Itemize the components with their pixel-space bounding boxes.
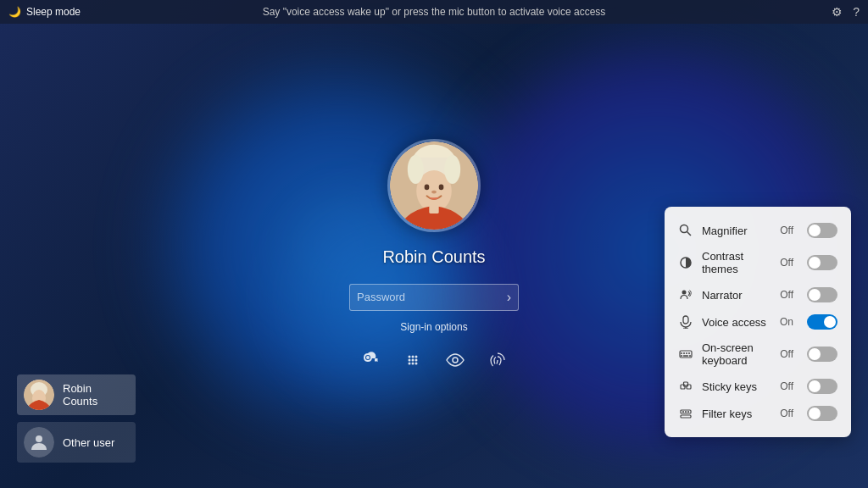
acc-row-keyboard: On-screen keyboard Off: [665, 336, 851, 373]
sticky-toggle[interactable]: [807, 379, 837, 394]
contrast-toggle-thumb: [809, 257, 821, 269]
top-bar: 🌙 Sleep mode Say "voice access wake up" …: [0, 0, 868, 24]
svg-point-18: [415, 362, 418, 364]
user-name-other: Other user: [63, 436, 114, 449]
svg-point-12: [415, 355, 418, 358]
voice-access-icon: [678, 314, 693, 330]
top-bar-left: 🌙 Sleep mode: [8, 6, 81, 18]
svg-point-11: [412, 355, 415, 358]
user-photo-robin: [24, 380, 54, 410]
user-avatar-other: [24, 427, 54, 458]
svg-point-15: [415, 358, 418, 361]
voice-access-status: On: [780, 316, 793, 328]
auth-icons-row: [357, 347, 511, 374]
contrast-status: Off: [780, 257, 793, 269]
user-item-other[interactable]: Other user: [17, 422, 136, 463]
pin-icon-button[interactable]: [399, 347, 426, 374]
settings-icon[interactable]: ⚙: [832, 5, 843, 19]
sleep-mode-label: Sleep mode: [26, 6, 81, 18]
svg-point-19: [453, 358, 458, 363]
avatar-image: [390, 141, 478, 230]
username-display: Robin Counts: [382, 247, 485, 267]
top-bar-right: ⚙ ?: [832, 5, 860, 19]
narrator-toggle[interactable]: [807, 287, 837, 302]
narrator-toggle-thumb: [809, 289, 821, 301]
user-icon-other: [24, 427, 54, 458]
magnifier-status: Off: [780, 225, 793, 236]
svg-line-25: [687, 232, 692, 236]
eye-icon-button[interactable]: [442, 347, 469, 374]
keyboard-toggle[interactable]: [807, 347, 837, 362]
svg-point-8: [408, 155, 424, 184]
filter-label: Filter keys: [702, 408, 771, 420]
password-container: ›: [349, 284, 519, 311]
voice-message: Say "voice access wake up" or press the …: [263, 6, 606, 18]
svg-point-9: [444, 155, 460, 184]
contrast-icon: [678, 255, 693, 270]
keyboard-toggle-thumb: [809, 348, 821, 360]
acc-row-sticky: Sticky keys Off: [665, 373, 851, 400]
voice-access-toggle-thumb: [824, 316, 836, 328]
keyboard-status: Off: [780, 348, 793, 360]
password-submit-button[interactable]: ›: [507, 290, 511, 305]
svg-point-10: [409, 355, 411, 358]
moon-icon: 🌙: [8, 6, 21, 18]
keyboard-label: On-screen keyboard: [702, 341, 771, 367]
svg-point-5: [439, 184, 444, 190]
acc-row-magnifier: Magnifier Off: [665, 217, 851, 244]
user-avatar: [387, 139, 481, 232]
sticky-toggle-thumb: [809, 380, 821, 392]
svg-point-27: [682, 291, 687, 295]
user-list: Robin Counts Other user: [17, 374, 136, 463]
acc-row-narrator: Narrator Off: [665, 281, 851, 308]
filter-toggle[interactable]: [807, 406, 837, 421]
magnifier-toggle-thumb: [809, 225, 821, 236]
acc-row-voice: Voice access On: [665, 308, 851, 336]
magnifier-label: Magnifier: [702, 225, 771, 237]
svg-rect-7: [429, 203, 438, 213]
svg-point-4: [425, 184, 430, 190]
sticky-status: Off: [780, 380, 793, 392]
svg-rect-43: [681, 415, 691, 418]
help-icon[interactable]: ?: [853, 5, 860, 19]
svg-point-24: [681, 225, 688, 233]
svg-point-14: [412, 358, 415, 361]
password-input[interactable]: [357, 291, 507, 303]
accessibility-panel: Magnifier Off Contrast themes Off: [665, 207, 851, 437]
acc-row-filter: Filter keys Off: [665, 400, 851, 427]
acc-row-contrast: Contrast themes Off: [665, 244, 851, 281]
filter-keys-icon: [678, 406, 693, 421]
sticky-label: Sticky keys: [702, 380, 771, 393]
svg-point-13: [409, 358, 411, 361]
magnifier-toggle[interactable]: [807, 223, 837, 238]
key-icon-button[interactable]: [357, 347, 384, 374]
user-name-robin: Robin Counts: [63, 382, 125, 408]
narrator-label: Narrator: [702, 289, 771, 302]
svg-point-6: [431, 190, 437, 193]
filter-status: Off: [780, 408, 793, 419]
sticky-keys-icon: [678, 379, 693, 394]
svg-point-16: [409, 362, 411, 364]
contrast-label: Contrast themes: [702, 250, 771, 275]
voice-access-label: Voice access: [702, 316, 771, 329]
svg-point-17: [412, 362, 415, 364]
magnifier-icon: [678, 223, 693, 238]
narrator-status: Off: [780, 289, 793, 301]
narrator-icon: [678, 287, 693, 302]
svg-point-23: [36, 435, 42, 442]
svg-rect-28: [683, 316, 688, 324]
keyboard-icon: [678, 347, 693, 362]
voice-access-toggle[interactable]: [807, 314, 837, 330]
arrow-right-icon: ›: [507, 290, 511, 305]
contrast-toggle[interactable]: [807, 255, 837, 270]
user-item-robin[interactable]: Robin Counts: [17, 374, 136, 415]
fingerprint-icon-button[interactable]: [484, 347, 511, 374]
filter-toggle-thumb: [809, 408, 821, 419]
user-avatar-robin: [24, 380, 54, 410]
signin-options-link[interactable]: Sign-in options: [400, 321, 467, 333]
